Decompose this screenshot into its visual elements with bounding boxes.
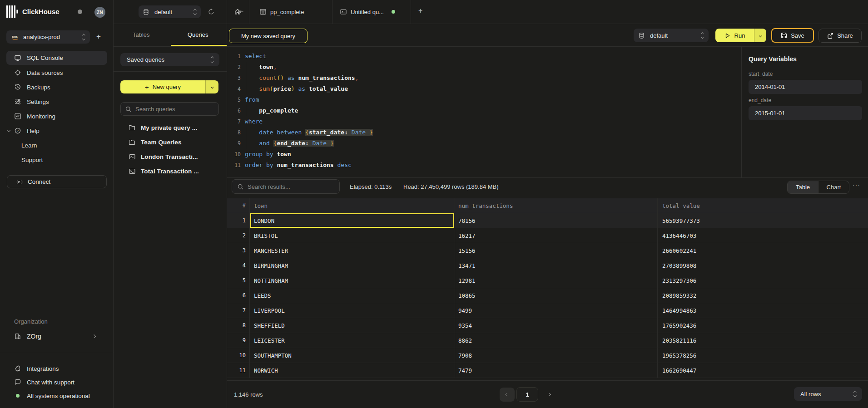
new-query-button[interactable]: + New query [120,80,205,93]
view-chart-button[interactable]: Chart [818,181,849,194]
table-cell[interactable]: 9 [227,333,250,348]
home-icon[interactable] [234,9,241,15]
table-cell[interactable]: 5 [227,273,250,288]
sidebar-item-chat-support[interactable]: Chat with support [0,375,114,389]
table-cell[interactable]: 7479 [455,363,658,378]
column-header[interactable]: town [250,198,455,213]
table-cell[interactable]: 8 [227,318,250,333]
table-cell[interactable]: 2 [227,228,250,243]
end-date-input[interactable]: 2015-01-01 [749,106,862,120]
table-cell[interactable]: 10 [227,348,250,363]
refresh-icon[interactable] [208,9,214,15]
table-row[interactable]: 4BIRMINGHAM134712703899808 [227,258,868,273]
sidebar-item-learn[interactable]: Learn [6,138,107,152]
table-cell[interactable]: 9499 [455,303,658,318]
table-cell[interactable]: SOUTHAMPTON [250,348,455,363]
database-selector[interactable]: default [139,5,201,18]
run-database-selector[interactable]: default [634,29,709,42]
view-table-button[interactable]: Table [788,181,818,194]
table-cell[interactable]: 3 [227,243,250,258]
sidebar-item-help[interactable]: ? Help [6,123,107,138]
table-cell[interactable]: 11 [227,363,250,378]
table-cell[interactable]: 9354 [455,318,658,333]
sql-editor[interactable]: 1select2 town,3 count() as num_transacti… [227,47,741,177]
table-cell[interactable]: 2660602241 [658,243,868,258]
table-cell[interactable]: 1765902436 [658,318,868,333]
sidebar-item-sql-console[interactable]: SQL Console [6,51,107,65]
sidebar-item-backups[interactable]: Backups [6,80,107,94]
saved-query-item[interactable]: My private query ... [129,120,197,135]
table-row[interactable]: 3MANCHESTER151562660602241 [227,243,868,258]
saved-query-item[interactable]: Total Transaction ... [129,164,199,178]
tab-untitled-query[interactable]: Untitled qu... [332,0,411,24]
table-row[interactable]: 2BRISTOL162174136446703 [227,228,868,243]
sidebar-item-integrations[interactable]: Integrations [0,361,114,376]
table-row[interactable]: 11NORWICH74791662690447 [227,363,868,378]
table-cell[interactable]: BIRMINGHAM [250,258,455,273]
new-query-options-button[interactable] [205,80,218,93]
table-cell[interactable]: 8862 [455,333,658,348]
collection-selector[interactable]: Saved queries [120,53,219,66]
sidebar-item-data-sources[interactable]: Data sources [6,65,107,80]
table-cell[interactable]: 4 [227,258,250,273]
table-cell[interactable]: 13471 [455,258,658,273]
table-cell[interactable]: 2313297306 [658,273,868,288]
run-options-button[interactable] [754,29,766,42]
table-cell[interactable]: 12981 [455,273,658,288]
save-button[interactable]: Save [771,28,814,43]
table-cell[interactable]: 7 [227,303,250,318]
prev-page-button[interactable] [500,388,515,402]
add-service-button[interactable]: + [96,32,101,41]
table-cell[interactable]: 56593977373 [658,213,868,228]
table-row[interactable]: 6LEEDS108652089859332 [227,288,868,303]
share-button[interactable]: Share [818,29,862,43]
table-cell[interactable]: 15156 [455,243,658,258]
table-cell[interactable]: NORWICH [250,363,455,378]
table-row[interactable]: 5NOTTINGHAM129812313297306 [227,273,868,288]
more-options-button[interactable]: ··· [853,181,860,188]
table-cell[interactable]: BRISTOL [250,228,455,243]
query-tab[interactable]: My new saved query [229,29,308,43]
table-cell[interactable]: MANCHESTER [250,243,455,258]
table-cell[interactable]: SHEFFIELD [250,318,455,333]
search-queries-input[interactable]: Search queries [120,102,219,116]
column-header[interactable]: num_transactions [455,198,658,213]
table-cell[interactable]: 7908 [455,348,658,363]
table-row[interactable]: 8SHEFFIELD93541765902436 [227,318,868,333]
table-row[interactable]: 10SOUTHAMPTON79081965378256 [227,348,868,363]
column-header[interactable]: total_value [658,198,868,213]
sidebar-item-system-status[interactable]: All systems operational [0,388,114,403]
sidebar-item-monitoring[interactable]: Monitoring [6,109,107,123]
next-page-button[interactable] [543,388,555,402]
table-cell[interactable]: 2089859332 [658,288,868,303]
table-cell[interactable]: 78156 [455,213,658,228]
table-cell[interactable]: LEICESTER [250,333,455,348]
tab-pp-complete[interactable]: pp_complete [249,0,332,24]
table-cell[interactable]: NOTTINGHAM [250,273,455,288]
table-cell[interactable]: 2703899808 [658,258,868,273]
table-cell[interactable]: 2035821116 [658,333,868,348]
run-button[interactable]: Run [715,29,754,42]
page-size-selector[interactable]: All rows [794,387,862,401]
table-cell[interactable]: 10865 [455,288,658,303]
column-header[interactable]: # [227,198,250,213]
saved-query-item[interactable]: Team Queries [129,135,182,149]
org-selector[interactable]: aws analytics-prod [6,30,90,44]
page-number-input[interactable]: 1 [516,387,538,402]
start-date-input[interactable]: 2014-01-01 [749,80,862,94]
table-cell[interactable]: 1662690447 [658,363,868,378]
connect-button[interactable]: Connect [7,175,107,188]
table-cell[interactable]: 6 [227,288,250,303]
table-cell[interactable]: 16217 [455,228,658,243]
avatar[interactable]: ZN [94,7,105,18]
sidebar-item-zorg[interactable]: ZOrg [0,329,114,344]
search-results-input[interactable]: Search results... [232,179,340,194]
table-cell[interactable]: 4136446703 [658,228,868,243]
saved-query-item[interactable]: London Transacti... [129,149,198,164]
table-cell[interactable]: 1965378256 [658,348,868,363]
table-row[interactable]: 9LEICESTER88622035821116 [227,333,868,348]
sidebar-item-settings[interactable]: Settings [6,94,107,109]
tab-queries[interactable]: Queries [188,31,208,38]
new-tab-button[interactable]: + [418,7,422,15]
table-cell[interactable]: 1464994863 [658,303,868,318]
